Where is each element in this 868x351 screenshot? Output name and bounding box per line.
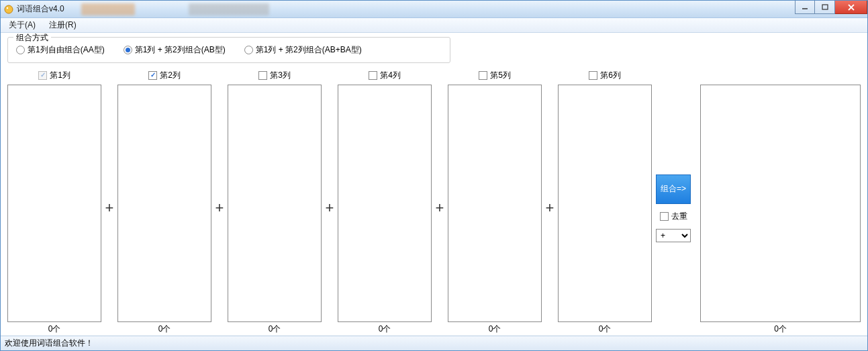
separator-select[interactable]: + (656, 229, 691, 242)
result-column: 0个 (700, 68, 861, 336)
minimize-button[interactable] (795, 1, 815, 14)
dedup-checkbox[interactable] (660, 212, 669, 221)
column-6: 第6列 0个 (558, 68, 652, 336)
column-4-count: 0个 (379, 322, 391, 336)
window-controls (795, 1, 867, 14)
column-1-checkbox[interactable] (38, 71, 47, 80)
radio-aa[interactable]: 第1列自由组合(AA型) (16, 44, 105, 56)
menubar: 关于(A) 注册(R) (1, 18, 867, 33)
dedup-label: 去重 (671, 211, 687, 222)
statusbar: 欢迎使用词语组合软件！ (1, 336, 867, 350)
menu-about[interactable]: 关于(A) (6, 18, 38, 32)
svg-rect-3 (822, 5, 828, 9)
app-window: 词语组合v4.0 关于(A) 注册(R) 组合方式 (0, 0, 868, 351)
radio-abba[interactable]: 第1列 + 第2列组合(AB+BA型) (244, 44, 362, 56)
column-3-checkbox[interactable] (258, 71, 267, 80)
column-2-textarea[interactable] (117, 85, 211, 322)
content-area: 组合方式 第1列自由组合(AA型) 第1列 + 第2列组合(AB型) 第1列 +… (1, 33, 867, 336)
column-6-textarea[interactable] (558, 85, 652, 322)
column-5-textarea[interactable] (448, 85, 542, 322)
radio-ab-label: 第1列 + 第2列组合(AB型) (135, 44, 226, 56)
menu-register[interactable]: 注册(R) (46, 18, 79, 32)
svg-point-0 (5, 5, 13, 13)
column-1: 第1列 0个 (7, 68, 101, 336)
radio-aa-input[interactable] (16, 46, 25, 54)
action-column: 组合=> 去重 + (652, 68, 695, 336)
column-3: 第3列 0个 (228, 68, 322, 336)
column-4-checkbox[interactable] (369, 71, 377, 80)
plus-icon: + (432, 68, 448, 336)
result-count: 0个 (700, 322, 861, 336)
column-3-textarea[interactable] (228, 85, 322, 322)
column-5-checkbox[interactable] (479, 71, 487, 80)
plus-icon: + (101, 68, 117, 336)
column-1-textarea[interactable] (7, 85, 101, 322)
svg-point-1 (7, 7, 8, 8)
radio-abba-input[interactable] (244, 46, 253, 54)
column-3-count: 0个 (269, 322, 281, 336)
column-6-count: 0个 (599, 322, 612, 336)
combine-mode-group: 组合方式 第1列自由组合(AA型) 第1列 + 第2列组合(AB型) 第1列 +… (7, 37, 450, 63)
window-title: 词语组合v4.0 (17, 3, 64, 15)
column-2-count: 0个 (158, 322, 171, 336)
titlebar: 词语组合v4.0 (1, 1, 867, 18)
column-1-count: 0个 (48, 322, 61, 336)
radio-abba-label: 第1列 + 第2列组合(AB+BA型) (256, 44, 362, 56)
combine-button[interactable]: 组合=> (656, 174, 691, 204)
plus-icon: + (542, 68, 558, 336)
app-icon (3, 4, 14, 15)
status-text: 欢迎使用词语组合软件！ (5, 338, 93, 349)
column-2-checkbox[interactable] (148, 71, 157, 80)
column-4-label: 第4列 (380, 70, 401, 81)
column-6-checkbox[interactable] (589, 71, 597, 80)
combine-mode-radios: 第1列自由组合(AA型) 第1列 + 第2列组合(AB型) 第1列 + 第2列组… (16, 44, 442, 56)
result-textarea[interactable] (700, 85, 861, 322)
radio-ab-input[interactable] (124, 46, 132, 54)
column-2-label: 第2列 (160, 70, 181, 81)
maximize-button[interactable] (815, 1, 835, 14)
column-5-count: 0个 (489, 322, 501, 336)
plus-icon: + (322, 68, 338, 336)
column-1-label: 第1列 (50, 70, 70, 81)
column-5-label: 第5列 (490, 70, 511, 81)
radio-ab[interactable]: 第1列 + 第2列组合(AB型) (124, 44, 226, 56)
column-4-textarea[interactable] (338, 85, 432, 322)
column-4: 第4列 0个 (338, 68, 432, 336)
column-5: 第5列 0个 (448, 68, 542, 336)
titlebar-blur-bg (81, 1, 269, 18)
combine-mode-legend: 组合方式 (13, 33, 51, 44)
radio-aa-label: 第1列自由组合(AA型) (28, 44, 105, 56)
columns-area: 第1列 0个 + 第2列 0个 + 第3列 (7, 67, 861, 336)
column-6-label: 第6列 (600, 70, 621, 81)
plus-icon: + (211, 68, 228, 336)
column-3-label: 第3列 (270, 70, 291, 81)
close-button[interactable] (835, 1, 867, 14)
column-2: 第2列 0个 (117, 68, 211, 336)
